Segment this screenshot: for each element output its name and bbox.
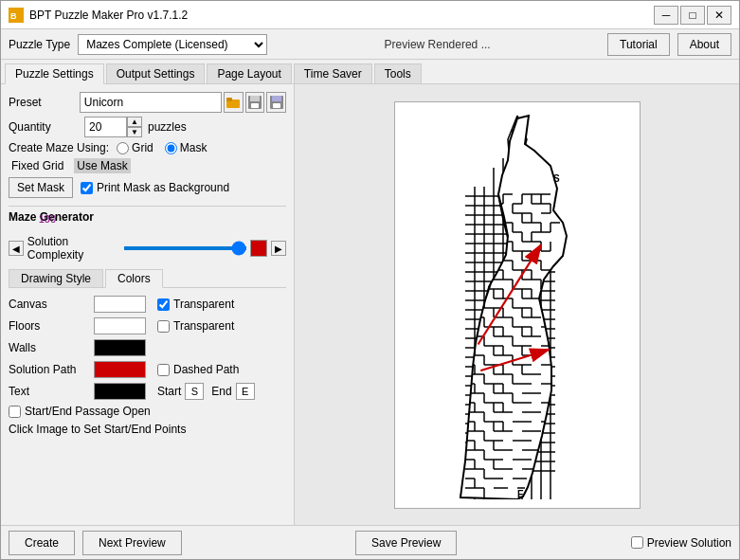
mask-option-label[interactable]: Mask <box>165 141 208 154</box>
quantity-label: Quantity <box>9 120 84 134</box>
save-as-icon-button[interactable] <box>266 92 286 113</box>
solution-path-swatch[interactable] <box>94 361 146 378</box>
colors-panel: Canvas Transparent Floors Transparent <box>9 296 286 441</box>
start-end-passage-checkbox[interactable] <box>9 406 21 418</box>
left-panel: Preset Quantity ▲ ▼ <box>1 84 295 525</box>
tab-time-saver[interactable]: Time Saver <box>294 63 372 83</box>
maximize-button[interactable]: □ <box>680 6 705 25</box>
create-maze-row: Create Maze Using: Grid Mask <box>9 141 286 154</box>
start-end-passage-text: Start/End Passage Open <box>25 405 151 418</box>
walls-color-swatch[interactable] <box>94 339 146 356</box>
complexity-row: ◀ Solution Complexity ▶ <box>9 235 286 262</box>
quantity-spinner: ▲ ▼ <box>127 117 142 137</box>
floors-label: Floors <box>9 319 94 333</box>
preview-solution-label[interactable]: Preview Solution <box>631 536 731 550</box>
quantity-up-button[interactable]: ▲ <box>127 117 142 127</box>
svg-rect-6 <box>251 103 259 108</box>
svg-rect-5 <box>250 96 260 101</box>
mask-label: Mask <box>180 141 208 154</box>
title-bar: B BPT Puzzle Maker Pro v1.7.1.2 ─ □ ✕ <box>1 1 739 29</box>
complexity-box[interactable] <box>250 240 267 257</box>
click-image-row: Click Image to Set Start/End Points <box>9 423 286 436</box>
start-label: Start <box>157 385 181 398</box>
dashed-path-checkbox[interactable] <box>157 364 170 376</box>
save-preview-button[interactable]: Save Preview <box>355 531 457 555</box>
next-preview-button[interactable]: Next Preview <box>82 531 182 555</box>
tutorial-button[interactable]: Tutorial <box>607 33 670 56</box>
use-mask-link[interactable]: Use Mask <box>74 158 130 173</box>
tab-puzzle-settings[interactable]: Puzzle Settings <box>5 63 104 84</box>
preset-input[interactable] <box>80 92 222 113</box>
svg-rect-8 <box>272 96 281 101</box>
set-mask-button[interactable]: Set Mask <box>9 177 73 198</box>
quantity-row: Quantity ▲ ▼ puzzles <box>9 117 286 137</box>
maze-svg: S E <box>404 111 631 499</box>
preset-row: Preset <box>9 92 286 113</box>
complexity-left-arrow[interactable]: ◀ <box>9 241 24 256</box>
quantity-down-button[interactable]: ▼ <box>127 127 142 137</box>
text-color-swatch[interactable] <box>94 383 146 400</box>
bottom-bar: Create Next Preview Save Preview Preview… <box>1 525 739 559</box>
grid-mask-links: Fixed Grid Use Mask <box>9 158 286 173</box>
maze-preview[interactable]: S E <box>394 101 641 509</box>
floors-color-swatch[interactable] <box>94 317 146 334</box>
complexity-right-arrow[interactable]: ▶ <box>271 241 286 256</box>
text-label: Text <box>9 385 94 398</box>
canvas-transparent-checkbox[interactable] <box>157 298 170 311</box>
preview-solution-checkbox[interactable] <box>631 536 643 549</box>
minimize-button[interactable]: ─ <box>654 6 678 25</box>
close-button[interactable]: ✕ <box>707 6 731 25</box>
maze-container: S E <box>394 101 641 509</box>
grid-radio[interactable] <box>117 142 129 154</box>
create-maze-label: Create Maze Using: <box>9 141 109 154</box>
svg-rect-3 <box>226 98 232 101</box>
grid-option-label[interactable]: Grid <box>117 141 153 154</box>
canvas-color-swatch[interactable] <box>94 296 146 313</box>
floors-transparent-label[interactable]: Transparent <box>157 319 234 333</box>
text-row: Text Start S End E <box>9 383 286 400</box>
create-maze-options: Grid Mask <box>117 141 207 154</box>
floors-transparent-text: Transparent <box>173 319 234 333</box>
start-value-box[interactable]: S <box>185 383 204 400</box>
divider-1 <box>9 206 286 207</box>
end-value-box[interactable]: E <box>236 383 255 400</box>
tab-colors[interactable]: Colors <box>105 269 163 288</box>
main-content: Preset Quantity ▲ ▼ <box>1 84 739 525</box>
tab-drawing-style[interactable]: Drawing Style <box>9 269 103 287</box>
puzzle-type-select[interactable]: Mazes Complete (Licensed) <box>78 34 267 55</box>
create-button[interactable]: Create <box>9 531 75 555</box>
print-mask-label[interactable]: Print Mask as Background <box>81 181 229 194</box>
dashed-path-text: Dashed Path <box>173 363 239 376</box>
app-icon: B <box>9 8 24 23</box>
solution-path-label: Solution Path <box>9 363 94 376</box>
svg-text:B: B <box>10 11 17 21</box>
floors-row: Floors Transparent <box>9 317 286 334</box>
main-window: B BPT Puzzle Maker Pro v1.7.1.2 ─ □ ✕ Pu… <box>0 0 740 560</box>
preset-label: Preset <box>9 96 80 109</box>
start-marker: S <box>553 173 560 184</box>
canvas-label: Canvas <box>9 298 94 311</box>
save-icon-button[interactable] <box>245 92 265 113</box>
preview-status-text: Preview Rendered ... <box>275 38 600 51</box>
solution-path-row: Solution Path Dashed Path <box>9 361 286 378</box>
about-button[interactable]: About <box>677 33 731 56</box>
start-end-passage-label[interactable]: Start/End Passage Open <box>9 405 151 418</box>
mask-radio[interactable] <box>165 142 177 154</box>
tab-page-layout[interactable]: Page Layout <box>207 63 291 83</box>
dashed-path-label[interactable]: Dashed Path <box>157 363 239 376</box>
floors-transparent-checkbox[interactable] <box>157 320 170 333</box>
complexity-value: 100 <box>27 213 56 225</box>
print-mask-text: Print Mask as Background <box>97 181 229 194</box>
tab-tools[interactable]: Tools <box>374 63 422 83</box>
fixed-grid-link[interactable]: Fixed Grid <box>9 158 66 173</box>
print-mask-checkbox[interactable] <box>81 182 93 194</box>
quantity-input[interactable] <box>84 117 127 137</box>
tab-output-settings[interactable]: Output Settings <box>106 63 206 83</box>
main-toolbar: Puzzle Type Mazes Complete (Licensed) Pr… <box>1 29 739 60</box>
folder-icon-button[interactable] <box>224 92 244 113</box>
complexity-slider[interactable] <box>124 246 246 250</box>
preview-solution-text: Preview Solution <box>647 536 731 550</box>
puzzle-type-label: Puzzle Type <box>9 38 70 51</box>
canvas-transparent-label[interactable]: Transparent <box>157 298 234 311</box>
drawing-tabs: Drawing Style Colors <box>9 269 286 288</box>
